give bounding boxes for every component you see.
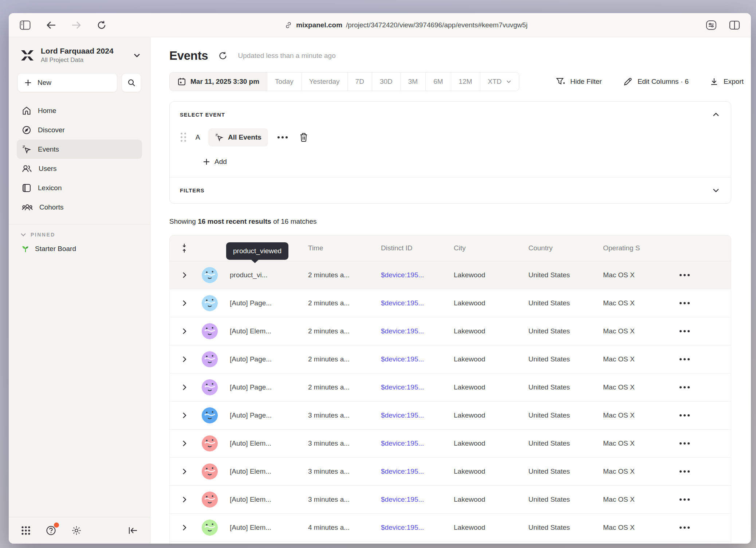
split-view-button[interactable] — [728, 19, 741, 31]
sidebar-item-users[interactable]: Users — [17, 159, 142, 178]
expand-row-button[interactable] — [180, 494, 189, 505]
cell-distinct-id[interactable]: $device:195... — [381, 467, 454, 475]
table-row[interactable]: [Auto] Elem... 4 minutes a... $device:19… — [170, 542, 731, 544]
settings-button[interactable] — [70, 524, 83, 537]
table-row[interactable]: [Auto] Page... 2 minutes a... $device:19… — [170, 373, 731, 402]
delete-clause-button[interactable] — [297, 130, 310, 144]
range-today[interactable]: Today — [267, 73, 302, 91]
range-3m[interactable]: 3M — [401, 73, 426, 91]
table-row[interactable]: [Auto] Elem... 3 minutes a... $device:19… — [170, 486, 731, 514]
hide-filter-button[interactable]: Hide Filter — [554, 77, 604, 87]
expand-row-button[interactable] — [180, 298, 189, 309]
filters-section: FILTERS — [170, 177, 731, 203]
range-xtd[interactable]: XTD — [480, 73, 519, 91]
event-selector[interactable]: All Events — [208, 128, 268, 146]
cell-distinct-id[interactable]: $device:195... — [381, 439, 454, 447]
cell-distinct-id[interactable]: $device:195... — [381, 524, 454, 532]
sidebar-toggle-button[interactable] — [18, 19, 32, 31]
sidebar-item-discover[interactable]: Discover — [17, 120, 142, 140]
project-switcher[interactable]: Lord Farquaad 2024 All Project Data — [17, 37, 142, 67]
discover-icon — [22, 125, 31, 135]
table-row[interactable]: [Auto] Page... 2 minutes a... $device:19… — [170, 345, 731, 373]
export-button[interactable]: Export — [708, 77, 746, 86]
table-row[interactable]: [Auto] Page... 3 minutes a... $device:19… — [170, 402, 731, 430]
row-actions-button[interactable] — [676, 498, 692, 501]
sidebar-item-label: Lexicon — [38, 184, 62, 192]
cell-distinct-id[interactable]: $device:195... — [381, 383, 454, 391]
cell-event-name: product_vi... — [230, 271, 308, 279]
range-30d[interactable]: 30D — [372, 73, 401, 91]
range-7d[interactable]: 7D — [348, 73, 372, 91]
expand-row-button[interactable] — [180, 466, 189, 477]
pinned-section-header[interactable]: PINNED — [20, 232, 140, 238]
row-actions-button[interactable] — [676, 386, 692, 389]
column-header-time: Time — [308, 244, 381, 252]
help-button[interactable] — [44, 524, 58, 537]
back-button[interactable] — [44, 19, 58, 31]
sidebar-item-home[interactable]: Home — [17, 101, 142, 120]
clause-more-button[interactable] — [275, 134, 290, 141]
apps-grid-button[interactable] — [20, 524, 32, 537]
row-actions-button[interactable] — [676, 442, 692, 445]
cell-distinct-id[interactable]: $device:195... — [381, 327, 454, 335]
row-actions-button[interactable] — [676, 414, 692, 417]
row-actions-button[interactable] — [676, 330, 692, 333]
row-actions-button[interactable] — [676, 526, 692, 529]
table-row[interactable]: [Auto] Elem... 3 minutes a... $device:19… — [170, 430, 731, 458]
sort-time-button[interactable] — [180, 242, 189, 254]
table-row[interactable]: product_vi... 2 minutes a... $device:195… — [170, 261, 731, 289]
expand-row-button[interactable] — [180, 522, 189, 533]
row-actions-button[interactable] — [676, 470, 692, 473]
sidebar-item-cohorts[interactable]: Cohorts — [17, 197, 142, 217]
cell-distinct-id[interactable]: $device:195... — [381, 299, 454, 307]
range-12m[interactable]: 12M — [451, 73, 480, 91]
collapse-sidebar-button[interactable] — [127, 525, 139, 536]
sidebar-item-starter-board[interactable]: Starter Board — [17, 240, 142, 258]
project-subtitle: All Project Data — [41, 56, 127, 64]
new-button[interactable]: New — [17, 73, 117, 92]
cell-distinct-id[interactable]: $device:195... — [381, 355, 454, 363]
expand-row-button[interactable] — [180, 438, 189, 449]
page-settings-button[interactable] — [704, 19, 718, 32]
expand-row-button[interactable] — [180, 410, 189, 421]
expand-row-button[interactable] — [180, 326, 189, 337]
cell-os: Mac OS X — [603, 524, 676, 532]
collapse-select-event-button[interactable] — [711, 111, 721, 118]
expand-row-button[interactable] — [180, 270, 189, 281]
cell-os: Mac OS X — [603, 411, 676, 419]
expand-row-button[interactable] — [180, 354, 189, 365]
cell-city: Lakewood — [454, 411, 528, 419]
column-header-distinct-id: Distinct ID — [381, 244, 454, 252]
sidebar-item-lexicon[interactable]: Lexicon — [17, 178, 142, 197]
reload-button[interactable] — [95, 19, 108, 31]
range-6m[interactable]: 6M — [426, 73, 451, 91]
cell-distinct-id[interactable]: $device:195... — [381, 411, 454, 419]
forward-button[interactable] — [70, 19, 83, 31]
table-row[interactable]: [Auto] Elem... 3 minutes a... $device:19… — [170, 458, 731, 486]
cell-city: Lakewood — [454, 467, 528, 475]
cell-distinct-id[interactable]: $device:195... — [381, 496, 454, 504]
range-yesterday[interactable]: Yesterday — [302, 73, 348, 91]
plus-icon — [203, 158, 210, 165]
cell-distinct-id[interactable]: $device:195... — [381, 271, 454, 279]
expand-row-button[interactable] — [180, 382, 189, 393]
grid-icon — [21, 526, 31, 535]
search-button[interactable] — [122, 73, 141, 92]
date-picker[interactable]: Mar 11, 2025 3:30 pm — [170, 73, 267, 91]
row-actions-button[interactable] — [676, 358, 692, 361]
refresh-button[interactable] — [217, 50, 228, 61]
edit-columns-button[interactable]: Edit Columns · 6 — [621, 77, 691, 87]
sidebar-item-label: Home — [38, 107, 56, 115]
row-actions-button[interactable] — [676, 302, 692, 305]
row-actions-button[interactable] — [676, 274, 692, 277]
chevron-right-icon — [182, 412, 186, 419]
drag-handle[interactable] — [180, 132, 187, 143]
add-event-button[interactable]: Add — [201, 157, 229, 166]
table-row[interactable]: [Auto] Page... 2 minutes a... $device:19… — [170, 289, 731, 317]
table-row[interactable]: [Auto] Elem... 2 minutes a... $device:19… — [170, 317, 731, 345]
sidebar-item-events[interactable]: Events — [17, 140, 142, 159]
expand-filters-button[interactable] — [711, 187, 721, 194]
url-bar[interactable]: mixpanel.com/project/3472420/view/397469… — [108, 21, 704, 29]
table-row[interactable]: [Auto] Elem... 4 minutes a... $device:19… — [170, 514, 731, 542]
cell-event-name: [Auto] Elem... — [230, 524, 308, 532]
